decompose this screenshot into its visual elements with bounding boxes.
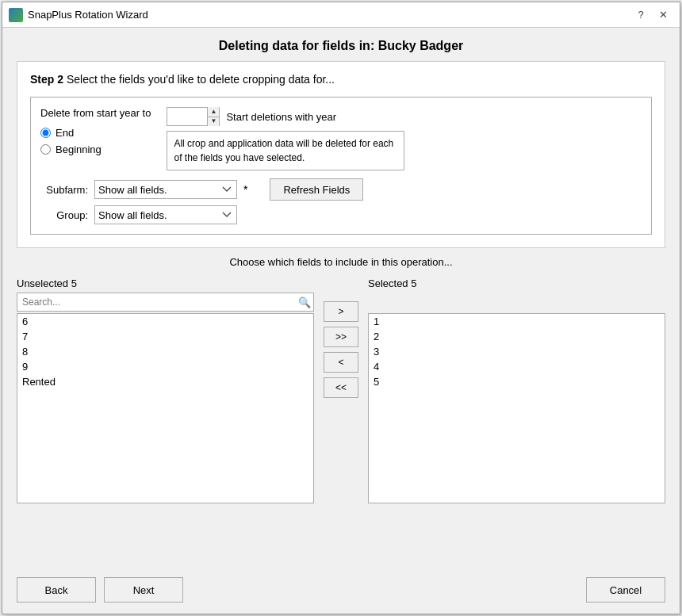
window-title: SnapPlus Rotation Wizard: [28, 9, 148, 21]
move-all-left-button[interactable]: <<: [324, 377, 358, 398]
move-right-button[interactable]: >: [324, 301, 358, 322]
step-number: Step 2: [30, 73, 63, 86]
step-description: Select the fields you'd like to delete c…: [67, 73, 335, 86]
title-bar-left: SnapPlus Rotation Wizard: [9, 8, 148, 22]
subfarm-row: Subfarm: Show all fields. * Refresh Fiel…: [40, 178, 642, 201]
list-item[interactable]: 9: [17, 359, 313, 374]
list-item[interactable]: 6: [17, 314, 313, 329]
list-item[interactable]: 7: [17, 329, 313, 344]
end-radio[interactable]: [40, 128, 51, 138]
year-input-wrap: 2018 ▲ ▼: [167, 107, 220, 126]
end-radio-label[interactable]: End: [40, 127, 151, 139]
year-row: 2018 ▲ ▼ Start deletions with year: [167, 107, 404, 126]
filters-section: Subfarm: Show all fields. * Refresh Fiel…: [40, 178, 642, 224]
group-dropdown[interactable]: Show all fields.: [94, 205, 237, 224]
lists-area: Unselected 5 🔍 6 7 8 9 Rented > >> < <: [17, 277, 665, 560]
beginning-label: Beginning: [56, 143, 102, 155]
choose-label: Choose which fields to include in this o…: [17, 256, 665, 268]
page-header: Deleting data for fields in: Bucky Badge…: [2, 28, 680, 61]
unselected-list[interactable]: 6 7 8 9 Rented: [17, 313, 314, 503]
beginning-radio[interactable]: [40, 144, 51, 155]
move-all-right-button[interactable]: >>: [324, 327, 358, 347]
list-item[interactable]: 3: [369, 344, 665, 359]
subfarm-dropdown[interactable]: Show all fields.: [94, 180, 237, 199]
content-area: Step 2 Select the fields you'd like to d…: [2, 61, 680, 568]
app-icon: [9, 8, 23, 22]
list-item[interactable]: 4: [369, 359, 665, 374]
beginning-radio-label[interactable]: Beginning: [40, 143, 151, 155]
end-label: End: [56, 127, 74, 139]
asterisk: *: [243, 183, 247, 196]
refresh-fields-button[interactable]: Refresh Fields: [270, 178, 363, 201]
year-down-button[interactable]: ▼: [208, 117, 219, 127]
help-button[interactable]: ?: [630, 6, 651, 24]
footer-left: Back Next: [17, 577, 183, 603]
title-bar-controls: ? ✕: [630, 6, 673, 24]
year-input[interactable]: 2018: [167, 108, 207, 125]
next-button[interactable]: Next: [104, 577, 183, 603]
search-icon: 🔍: [298, 297, 311, 308]
list-item[interactable]: 8: [17, 344, 313, 359]
main-window: SnapPlus Rotation Wizard ? ✕ Deleting da…: [2, 2, 680, 614]
list-item[interactable]: Rented: [17, 374, 313, 389]
unselected-panel: Unselected 5 🔍 6 7 8 9 Rented: [17, 277, 314, 503]
year-label: Start deletions with year: [226, 111, 336, 123]
close-button[interactable]: ✕: [653, 6, 673, 24]
group-label: Group:: [40, 209, 88, 221]
back-button[interactable]: Back: [17, 577, 96, 603]
search-box-wrap: 🔍: [17, 293, 314, 312]
year-spinners: ▲ ▼: [207, 107, 219, 126]
selected-title: Selected 5: [368, 277, 665, 289]
step-panel: Step 2 Select the fields you'd like to d…: [17, 61, 665, 248]
list-item[interactable]: 1: [369, 314, 665, 329]
subfarm-label: Subfarm:: [40, 184, 88, 196]
move-left-button[interactable]: <: [324, 352, 358, 373]
delete-from-label: Delete from start year to: [40, 107, 151, 119]
list-item[interactable]: 5: [369, 374, 665, 389]
footer: Back Next Cancel: [2, 568, 680, 614]
info-text: All crop and application data will be de…: [174, 138, 393, 163]
year-up-button[interactable]: ▲: [208, 107, 219, 117]
step-header: Step 2 Select the fields you'd like to d…: [30, 73, 652, 86]
search-input[interactable]: [17, 293, 314, 312]
transfer-buttons: > >> < <<: [314, 301, 368, 398]
options-row: Delete from start year to End Beginning: [40, 107, 642, 170]
group-row: Group: Show all fields.: [40, 205, 642, 224]
selected-panel: Selected 5 1 2 3 4 5: [368, 277, 665, 503]
cancel-button[interactable]: Cancel: [586, 577, 665, 603]
info-box: All crop and application data will be de…: [167, 131, 404, 170]
selected-list[interactable]: 1 2 3 4 5: [368, 313, 665, 503]
unselected-title: Unselected 5: [17, 277, 314, 289]
year-info-section: 2018 ▲ ▼ Start deletions with year All c…: [167, 107, 404, 170]
list-item[interactable]: 2: [369, 329, 665, 344]
title-bar: SnapPlus Rotation Wizard ? ✕: [2, 2, 680, 28]
step-body: Delete from start year to End Beginning: [30, 97, 652, 235]
delete-from-section: Delete from start year to End Beginning: [40, 107, 151, 155]
